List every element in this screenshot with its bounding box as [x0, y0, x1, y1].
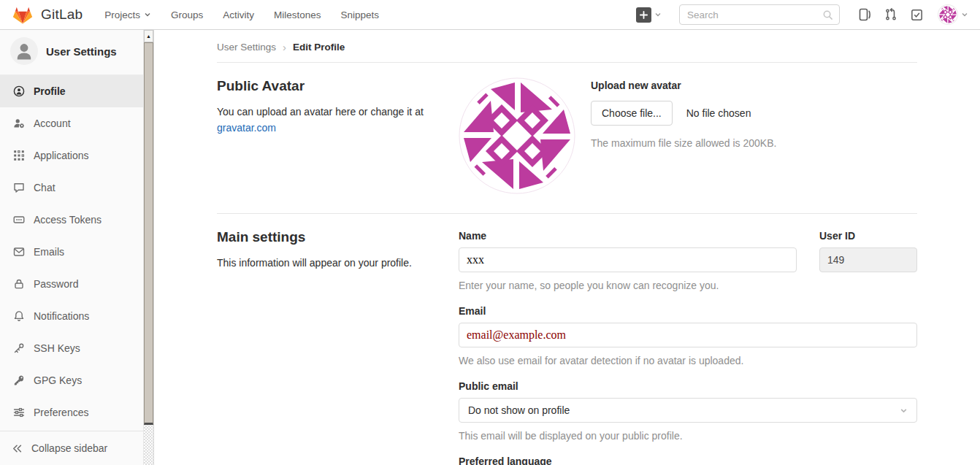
choose-file-button[interactable]: Choose file... — [591, 101, 673, 126]
settings-sidebar: User Settings Profile Account Applicatio… — [0, 30, 154, 465]
sidebar-item-label: Password — [34, 278, 78, 290]
breadcrumb-current: Edit Profile — [293, 42, 345, 53]
notifications-icon — [13, 310, 25, 322]
sidebar-item-notifications[interactable]: Notifications — [0, 300, 144, 332]
sidebar-item-emails[interactable]: Emails — [0, 236, 144, 268]
sidebar-title: User Settings — [46, 45, 117, 58]
nav-item-groups[interactable]: Groups — [171, 9, 203, 20]
email-label: Email — [459, 305, 917, 317]
gravatar-link[interactable]: gravatar.com — [217, 122, 276, 134]
applications-icon — [13, 150, 25, 161]
chevron-down-icon — [900, 407, 908, 415]
user-settings-avatar-icon — [10, 37, 38, 65]
nav-item-milestones[interactable]: Milestones — [274, 9, 321, 20]
user-id-field — [819, 247, 917, 272]
sidebar-item-label: Notifications — [34, 310, 89, 322]
public-email-selected-value: Do not show on profile — [468, 404, 570, 416]
user-menu-button[interactable] — [938, 5, 968, 24]
max-file-size-note: The maximum file size allowed is 200KB. — [591, 137, 776, 149]
public-avatar-title: Public Avatar — [217, 78, 432, 94]
nav-label: Projects — [104, 9, 140, 20]
search-box — [679, 4, 840, 25]
sidebar-scrollbar[interactable]: ▲ — [143, 30, 153, 465]
top-navbar: GitLab Projects Groups Activity Mileston… — [0, 0, 980, 30]
search-icon — [822, 9, 833, 20]
chevron-down-icon — [654, 11, 662, 18]
search-input[interactable] — [687, 9, 816, 20]
chevron-down-icon — [144, 11, 151, 18]
access-tokens-icon — [13, 214, 25, 226]
upload-avatar-label: Upload new avatar — [591, 80, 776, 91]
sidebar-header: User Settings — [0, 30, 144, 75]
sidebar-item-label: Access Tokens — [34, 214, 102, 226]
preferences-icon — [13, 407, 25, 418]
todos-icon[interactable] — [910, 8, 924, 22]
chat-icon — [13, 182, 25, 193]
nav-item-snippets[interactable]: Snippets — [341, 9, 380, 20]
email-field[interactable] — [459, 323, 917, 347]
scrollbar-thumb[interactable] — [144, 42, 153, 425]
sidebar-item-applications[interactable]: Applications — [0, 139, 144, 172]
password-icon — [13, 278, 25, 290]
sidebar-item-label: Account — [34, 118, 71, 129]
tanuki-icon — [12, 4, 34, 26]
name-help-text: Enter your name, so people you know can … — [459, 280, 797, 291]
nav-item-activity[interactable]: Activity — [223, 9, 254, 20]
main-settings-section: Main settings This information will appe… — [217, 214, 917, 465]
profile-avatar-image — [459, 77, 575, 194]
merge-requests-icon[interactable] — [884, 7, 898, 22]
sidebar-item-profile[interactable]: Profile — [0, 75, 144, 107]
sidebar-item-account[interactable]: Account — [0, 107, 144, 139]
email-help-text: We also use email for avatar detection i… — [459, 355, 917, 366]
sidebar-item-password[interactable]: Password — [0, 268, 144, 300]
main-content: User Settings › Edit Profile Public Avat… — [154, 0, 980, 465]
sidebar-item-label: Chat — [34, 182, 55, 193]
sidebar-item-ssh-keys[interactable]: SSH Keys — [0, 332, 144, 364]
public-email-label: Public email — [459, 380, 917, 392]
name-field[interactable] — [459, 247, 797, 272]
public-email-select[interactable]: Do not show on profile — [459, 398, 917, 423]
breadcrumb-parent[interactable]: User Settings — [217, 42, 276, 53]
collapse-chevrons-icon — [12, 443, 23, 454]
sidebar-item-label: SSH Keys — [34, 342, 80, 354]
sidebar-item-label: Applications — [34, 150, 89, 161]
sidebar-item-label: Emails — [34, 246, 64, 258]
collapse-sidebar-label: Collapse sidebar — [31, 442, 107, 454]
issues-icon[interactable] — [857, 7, 872, 22]
plus-icon — [636, 7, 651, 23]
preferred-language-label: Preferred language — [459, 456, 917, 465]
user-id-label: User ID — [819, 230, 917, 242]
gpg-keys-icon — [13, 374, 25, 386]
main-settings-title: Main settings — [217, 229, 432, 245]
sidebar-item-label: Profile — [34, 85, 66, 97]
account-icon — [13, 118, 25, 129]
logo-wordmark: GitLab — [41, 7, 83, 23]
primary-nav: Projects Groups Activity Milestones Snip… — [104, 9, 379, 20]
new-menu-button[interactable] — [636, 7, 662, 23]
sidebar-item-label: GPG Keys — [34, 374, 82, 386]
navbar-right — [636, 4, 968, 25]
collapse-sidebar-button[interactable]: Collapse sidebar — [0, 431, 144, 465]
sidebar-item-label: Preferences — [34, 407, 88, 418]
emails-icon — [13, 246, 25, 258]
nav-item-projects[interactable]: Projects — [104, 9, 151, 20]
gitlab-logo[interactable]: GitLab — [12, 4, 83, 26]
public-avatar-section: Public Avatar You can upload an avatar h… — [217, 63, 917, 214]
main-settings-description: This information will appear on your pro… — [217, 255, 432, 272]
breadcrumb-separator-icon: › — [283, 42, 286, 53]
no-file-chosen-text: No file chosen — [686, 107, 751, 119]
breadcrumb: User Settings › Edit Profile — [217, 30, 917, 63]
sidebar-item-preferences[interactable]: Preferences — [0, 396, 144, 429]
ssh-keys-icon — [13, 342, 25, 354]
user-avatar — [938, 5, 957, 24]
sidebar-item-access-tokens[interactable]: Access Tokens — [0, 204, 144, 236]
sidebar-nav: Profile Account Applications Chat Access… — [0, 75, 153, 429]
chevron-down-icon — [961, 11, 968, 18]
sidebar-item-gpg-keys[interactable]: GPG Keys — [0, 364, 144, 396]
public-email-help-text: This email will be displayed on your pub… — [459, 430, 917, 442]
name-label: Name — [459, 230, 797, 242]
profile-icon — [13, 85, 25, 97]
avatar-description: You can upload an avatar here or change … — [217, 106, 424, 118]
scrollbar-up-arrow[interactable]: ▲ — [144, 30, 153, 42]
sidebar-item-chat[interactable]: Chat — [0, 172, 144, 204]
